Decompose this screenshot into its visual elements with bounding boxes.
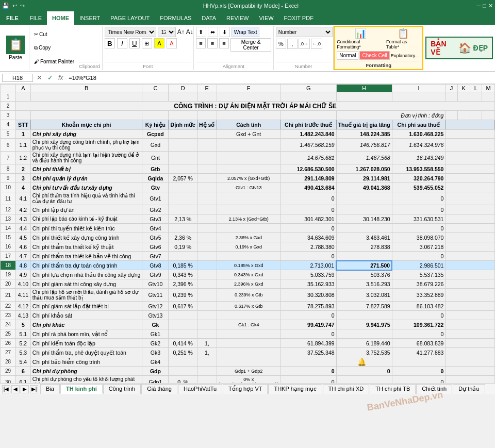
cell-g[interactable]: 14.675.681 [280, 152, 336, 164]
cell-h[interactable]: 7.827.589 [336, 302, 392, 311]
cell-cach-tinh[interactable] [217, 311, 280, 320]
cell-he-so[interactable] [197, 357, 217, 367]
cell-dinh-muc[interactable] [169, 129, 197, 139]
cell-khoan-muc[interactable]: Chi phí lựa chọn nhà thầu thi công xây d… [30, 270, 142, 279]
cell-h[interactable]: 3.032.081 [336, 289, 392, 302]
cell-dinh-muc[interactable]: 0,617 % [169, 302, 197, 311]
cell-i[interactable]: 0 [392, 252, 446, 261]
cell-dinh-muc[interactable] [169, 205, 197, 214]
cell-he-so[interactable]: 1, [197, 348, 217, 357]
cell-e3[interactable] [197, 111, 217, 120]
cell-l3[interactable] [470, 111, 482, 120]
cell-h[interactable]: 3.516.293 [336, 279, 392, 289]
cell-ky-hieu[interactable]: Gk4 [142, 357, 169, 367]
cell-dinh-muc[interactable] [169, 311, 197, 320]
cell-cach-tinh[interactable] [217, 252, 280, 261]
ribbon-tab-formulas[interactable]: FORMULAS [155, 11, 196, 25]
sheet-tab-chiết-tính[interactable]: Chiết tính [416, 384, 452, 394]
underline-button[interactable]: U [129, 38, 140, 48]
cell-i[interactable]: 1.630.468.225 [392, 129, 446, 139]
cell-cach-tinh[interactable] [217, 164, 280, 174]
cell-g[interactable]: 301.482.301 [280, 214, 336, 224]
cell-h-selected[interactable]: 271.500 [336, 261, 392, 270]
cell-cach-tinh[interactable] [217, 357, 280, 367]
bold-button[interactable]: B [105, 38, 115, 48]
cell-stt[interactable]: 1.1 [16, 139, 31, 152]
cell-h[interactable] [336, 311, 392, 320]
cell-dinh-muc[interactable]: 0,19 % [169, 242, 197, 252]
cell-h1[interactable] [336, 92, 392, 102]
cell-ky-hieu[interactable]: Gtv6 [142, 242, 169, 252]
cell-i[interactable]: 68.083.839 [392, 339, 446, 348]
cell-i[interactable]: 0 [392, 311, 446, 320]
cell-cach-tinh[interactable]: Gk1 : Gk4 [217, 320, 280, 329]
cell-ky-hieu[interactable]: Gtv9 [142, 270, 169, 279]
cell-i[interactable]: 0 [392, 224, 446, 233]
undo-icon[interactable]: ↩ [12, 3, 17, 9]
cell-i[interactable]: 38.098.070 [392, 233, 446, 242]
cell-h[interactable] [336, 224, 392, 233]
cell-d3[interactable] [169, 111, 197, 120]
number-format-select[interactable]: Number [276, 27, 333, 37]
cell-dinh-muc[interactable] [169, 139, 197, 152]
cell-b1[interactable] [30, 92, 142, 102]
cell-i[interactable]: 3.067.218 [392, 242, 446, 252]
cell-i[interactable]: 0 [392, 192, 446, 205]
cell-h[interactable]: 1.467.568 [336, 152, 392, 164]
cell-he-so[interactable] [197, 252, 217, 261]
cell-g[interactable]: 0 [280, 224, 336, 233]
cell-cach-tinh[interactable] [217, 348, 280, 357]
sheet-tab-th-chi-phí-tb[interactable]: TH chi phí TB [370, 384, 416, 394]
cell-cach-tinh[interactable] [217, 192, 280, 205]
cell-g1[interactable] [280, 92, 336, 102]
sheet-tab-bia[interactable]: Bia [40, 384, 60, 394]
cell-cach-tinh[interactable] [217, 329, 280, 339]
cell-khoan-muc[interactable]: Chi phí xây dựng [30, 129, 142, 139]
cell-khoan-muc[interactable]: Chi phí quản lý dự án [30, 174, 142, 183]
cell-ky-hieu[interactable]: Gk1 [142, 329, 169, 339]
cell-ky-hieu[interactable]: Gk3 [142, 348, 169, 357]
cell-he-so[interactable] [197, 376, 217, 384]
ribbon-tab-page layout[interactable]: PAGE LAYOUT [105, 11, 155, 25]
cell-khoan-muc[interactable]: Chi phí lập dự án [30, 205, 142, 214]
cell-he-so[interactable] [197, 270, 217, 279]
cell-stt[interactable]: 6.1 [16, 376, 31, 384]
cell-khoan-muc[interactable]: Chi phí thiết kế xây dựng công trình [30, 233, 142, 242]
border-icon[interactable]: ⊞ [142, 38, 152, 48]
cell-ky-hieu[interactable]: Gnt [142, 152, 169, 164]
cell-i[interactable]: 33.352.889 [392, 289, 446, 302]
cell-h[interactable]: 146.756.817 [336, 139, 392, 152]
cell-dinh-muc[interactable] [169, 320, 197, 329]
cell-he-so[interactable] [197, 320, 217, 329]
cell-i[interactable]: 1.614.324.976 [392, 139, 446, 152]
cell-khoan-muc[interactable]: Chi phí thẩm tra dự toán công trình [30, 261, 142, 270]
title-cell[interactable]: CÔNG TRÌNH : DỰ ÁN ĐIỆN MẶT TRỜI ÁP MÁI … [16, 102, 495, 111]
cell-g[interactable]: 37.525.348 [280, 348, 336, 357]
cell-g[interactable]: 0 [280, 367, 336, 376]
header-he-so[interactable]: Hệ số [197, 120, 217, 129]
sheet-tab-giá-tháng[interactable]: Giá tháng [141, 384, 177, 394]
cell-cach-tinh[interactable]: 2.396% x Gxd [217, 279, 280, 289]
cell-he-so[interactable] [197, 289, 217, 302]
cell-h[interactable]: 30.148.230 [336, 214, 392, 224]
copy-button[interactable]: ⧉ Copy [32, 44, 76, 52]
cell-dinh-muc[interactable] [169, 329, 197, 339]
cell-a3[interactable] [16, 111, 31, 120]
first-sheet-btn[interactable]: |◀ [2, 385, 10, 393]
sheet-tab-haophivattu[interactable]: HaoPhiVatTu [178, 384, 222, 394]
cell-dinh-muc[interactable] [169, 252, 197, 261]
confirm-formula-icon[interactable]: ✓ [46, 74, 55, 81]
cell-stt[interactable]: 4.12 [16, 302, 31, 311]
cell-khoan-muc[interactable]: Chi phí thi tuyển thiết kế kiến trúc [30, 224, 142, 233]
ribbon-tab-view[interactable]: VIEW [254, 11, 278, 25]
sheet-tab-th-chi-phí-xd[interactable]: TH chi phí XD [323, 384, 369, 394]
header-khoan-muc[interactable]: Khoản mục chi phí [30, 120, 142, 129]
cell-cach-tinh[interactable]: Gdp1 + Gdp2 [217, 367, 280, 376]
cell-h[interactable] [336, 376, 392, 384]
ribbon-tab-home[interactable]: HOME [47, 11, 74, 25]
cell-g[interactable]: 1.482.243.840 [280, 129, 336, 139]
cell-cach-tinh[interactable]: Gxd + Gnt [217, 129, 280, 139]
cell-i[interactable]: 86.103.482 [392, 302, 446, 311]
cell-he-so[interactable] [197, 129, 217, 139]
cell-i1[interactable] [392, 92, 446, 102]
